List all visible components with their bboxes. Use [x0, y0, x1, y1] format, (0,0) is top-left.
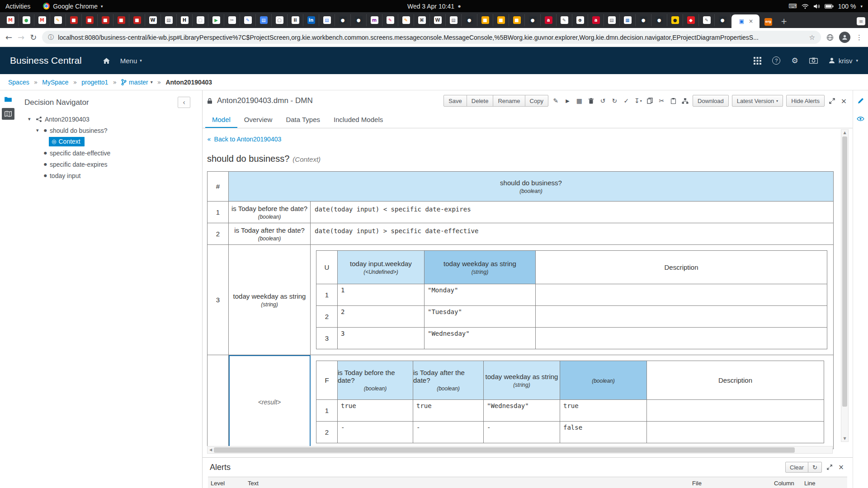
export-dropdown-icon[interactable]: ↧▾: [634, 96, 642, 106]
browser-tab[interactable]: ▤: [604, 14, 620, 26]
tree-item-today-input[interactable]: ● today input: [16, 170, 202, 181]
tab-close-icon[interactable]: ×: [749, 18, 753, 24]
browser-tab[interactable]: ▢: [272, 14, 288, 26]
undo-icon[interactable]: ↺: [599, 96, 607, 106]
scroll-left-icon[interactable]: ◀: [208, 448, 214, 452]
clock[interactable]: Wed 3 Apr 10:41 ●: [407, 3, 461, 10]
row-number-cell[interactable]: 1: [208, 202, 229, 223]
rule-description-cell[interactable]: [536, 328, 827, 349]
save-button[interactable]: Save: [443, 95, 467, 107]
back-link[interactable]: « Back to Anton20190403: [207, 136, 833, 143]
app-menu[interactable]: Google Chrome ▾: [43, 3, 103, 10]
browser-tab[interactable]: ▤: [161, 14, 177, 26]
tree-item-date-effective[interactable]: ● specific date-effective: [16, 147, 202, 159]
bookmark-star-icon[interactable]: ☆: [809, 33, 815, 42]
entry-name-cell[interactable]: today weekday as string (string): [229, 245, 311, 355]
grid-view-icon[interactable]: ▦: [575, 96, 584, 106]
rule-output-cell[interactable]: "Tuesday": [425, 306, 536, 328]
browser-tab[interactable]: M: [34, 14, 50, 26]
clear-alerts-button[interactable]: Clear: [785, 462, 808, 473]
browser-tab[interactable]: ■: [509, 14, 525, 26]
browser-tab[interactable]: ●: [667, 14, 683, 26]
paste-icon[interactable]: [669, 96, 678, 106]
trash-icon[interactable]: [587, 96, 595, 106]
user-menu[interactable]: krisv ▾: [829, 57, 858, 65]
rule-input-cell[interactable]: -: [413, 422, 484, 443]
decision-navigator-dock-button[interactable]: [2, 108, 14, 120]
back-button[interactable]: ←: [5, 33, 12, 42]
rule-input-cell[interactable]: 1: [338, 284, 425, 306]
row-number-cell[interactable]: 2: [208, 223, 229, 245]
menu-dropdown[interactable]: Menu ▾: [120, 57, 142, 65]
tree-item-date-expires[interactable]: ● specific date-expires: [16, 159, 202, 170]
browser-tab[interactable]: M: [3, 14, 19, 26]
brand-title[interactable]: Business Central: [10, 55, 82, 66]
hit-policy-cell[interactable]: U: [316, 251, 338, 284]
horizontal-scrollbar[interactable]: ◀: [207, 446, 833, 454]
browser-tab[interactable]: ▤: [319, 14, 335, 26]
browser-tab[interactable]: ■: [477, 14, 493, 26]
browser-tab[interactable]: ✎: [557, 14, 572, 26]
rule-input-cell[interactable]: 3: [338, 328, 425, 349]
browser-tab[interactable]: ✎: [382, 14, 398, 26]
browser-tab[interactable]: H: [177, 14, 193, 26]
redo-icon[interactable]: ↻: [610, 96, 619, 106]
maximize-icon[interactable]: [828, 96, 836, 106]
cut-icon[interactable]: ✂: [657, 96, 666, 106]
row-number-cell[interactable]: 2: [316, 306, 338, 328]
column-header-file[interactable]: File: [692, 480, 702, 487]
browser-tab[interactable]: ●: [19, 14, 34, 26]
scrollbar-thumb[interactable]: [214, 447, 795, 453]
row-number-cell[interactable]: 2: [316, 422, 338, 443]
entry-expression-cell[interactable]: date(today input) < specific date-expire…: [311, 202, 834, 223]
rule-output-cell[interactable]: true: [560, 400, 647, 422]
rule-description-cell[interactable]: [536, 284, 827, 306]
delete-button[interactable]: Delete: [467, 95, 494, 107]
scroll-up-icon[interactable]: ▲: [841, 130, 848, 136]
input-column-header[interactable]: is Today after the date? (boolean): [413, 361, 484, 400]
browser-tab-active[interactable]: ▣ ×: [731, 14, 760, 28]
row-number-cell[interactable]: 3: [316, 328, 338, 349]
branch-selector[interactable]: master ▾: [121, 79, 153, 86]
breadcrumb-project[interactable]: progetto1: [81, 79, 108, 86]
browser-tab[interactable]: ✎: [50, 14, 66, 26]
output-column-header[interactable]: today weekday as string (string): [425, 251, 536, 284]
browser-tab[interactable]: ✎: [240, 14, 256, 26]
settings-gear-icon[interactable]: ⚙: [791, 56, 798, 65]
copy-item-icon[interactable]: [646, 96, 654, 106]
close-alerts-icon[interactable]: ×: [837, 462, 845, 472]
caret-down-icon[interactable]: ▾: [28, 116, 33, 122]
tree-item-root[interactable]: ▾ Anton20190403: [16, 113, 202, 125]
rule-input-cell[interactable]: "Wednesday": [484, 400, 560, 422]
browser-tab[interactable]: ■: [82, 14, 98, 26]
camera-icon[interactable]: [809, 57, 818, 64]
row-number-cell[interactable]: 1: [316, 400, 338, 422]
rule-input-cell[interactable]: -: [484, 422, 560, 443]
tree-item-selected[interactable]: ◎ Context: [49, 137, 85, 146]
tab-model[interactable]: Model: [205, 111, 237, 128]
download-button[interactable]: Download: [693, 95, 729, 107]
collapse-panel-button[interactable]: ‹: [178, 97, 190, 108]
column-header-column[interactable]: Column: [774, 480, 794, 487]
rule-input-cell[interactable]: true: [413, 400, 484, 422]
entry-name-cell[interactable]: is Today after the date? (boolean): [229, 223, 311, 245]
browser-tab[interactable]: W: [430, 14, 446, 26]
browser-tab[interactable]: ■: [113, 14, 129, 26]
input-column-header[interactable]: today weekday as string (string): [484, 361, 560, 400]
breadcrumb-myspace[interactable]: MySpace: [42, 79, 68, 86]
browser-tab[interactable]: ⌘: [414, 14, 430, 26]
tree-item-context[interactable]: ◎ Context: [16, 136, 202, 147]
browser-tab[interactable]: ●: [525, 14, 541, 26]
scrollbar-thumb[interactable]: [842, 136, 847, 407]
browser-tab[interactable]: ⊕: [572, 14, 588, 26]
help-icon[interactable]: ?: [772, 56, 780, 65]
entry-name-cell[interactable]: is Today before the date? (boolean): [229, 202, 311, 223]
browser-tab[interactable]: ■: [98, 14, 113, 26]
tab-included-models[interactable]: Included Models: [327, 111, 390, 128]
tree-item-decision[interactable]: ▾ ● should do business?: [16, 125, 202, 136]
browser-tab[interactable]: ●: [636, 14, 651, 26]
breadcrumb-spaces[interactable]: Spaces: [8, 79, 29, 86]
rule-output-cell[interactable]: "Monday": [425, 284, 536, 306]
grid-corner-cell[interactable]: #: [208, 172, 229, 202]
site-info-icon[interactable]: ⓘ: [48, 33, 54, 42]
